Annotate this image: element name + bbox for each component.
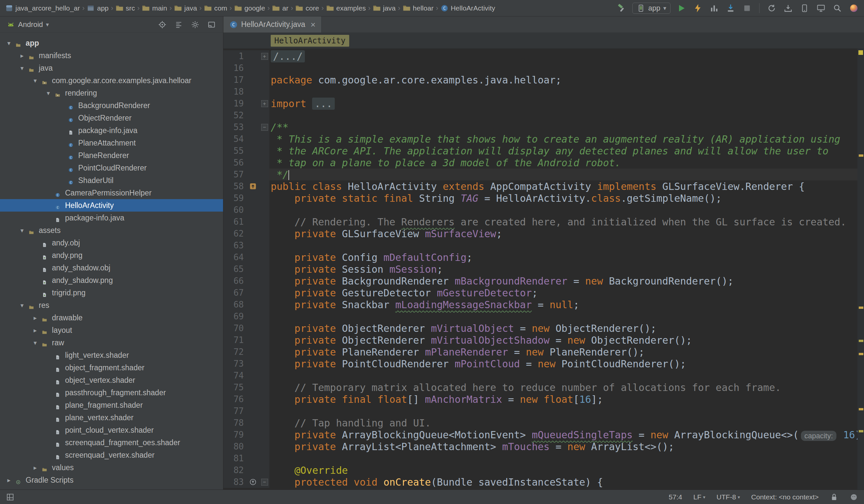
code-line-19[interactable]: 19+import ... [224,98,857,109]
run-configuration-selector[interactable]: app▾ [632,3,671,14]
code-line-74[interactable]: 74 [224,370,857,382]
chevron-down-icon[interactable]: ▾ [4,39,14,47]
tree-item-andy-obj[interactable]: andy.obj [0,237,223,249]
hide-panel-button[interactable] [206,19,217,30]
tree-item-drawable[interactable]: ▸drawable [0,311,223,324]
fold-collapse-icon[interactable]: − [260,121,269,133]
build-hammer-button[interactable] [616,3,627,14]
tree-item-package-info-java[interactable]: package-info.java [0,212,223,224]
tree-item-planeattachment[interactable]: CPlaneAttachment [0,137,223,149]
search-everywhere-button[interactable] [832,3,843,14]
code-line-53[interactable]: 53−/** [224,121,857,133]
tree-item-object-vertex-shader[interactable]: object_vertex.shader [0,374,223,386]
code-line-82[interactable]: 82 @Override [224,464,857,476]
locate-file-button[interactable] [157,19,168,30]
tree-item-app[interactable]: ▾app [0,37,223,49]
breadcrumb-item-main[interactable]: main [141,4,168,12]
tree-item-plane-fragment-shader[interactable]: plane_fragment.shader [0,399,223,411]
code-line-61[interactable]: 61 // Rendering. The Renderers are creat… [224,216,857,228]
chevron-down-icon[interactable]: ▾ [30,77,40,84]
code-line-16[interactable]: 16 [224,62,857,74]
fold-collapse-icon[interactable]: − [260,476,269,488]
tree-item-camerapermissionhelper[interactable]: CCameraPermissionHelper [0,187,223,199]
sync-project-button[interactable] [766,3,777,14]
breadcrumb-item-app[interactable]: app [86,4,109,12]
fold-expand-icon[interactable]: + [260,50,269,62]
chevron-down-icon[interactable]: ▾ [43,89,53,97]
toolwindow-toggle-icon[interactable] [6,493,14,501]
run-button[interactable] [676,3,687,14]
tree-item-assets[interactable]: ▾assets [0,224,223,237]
code-line-63[interactable]: 63 [224,240,857,251]
code-line-78[interactable]: 78 // Tap handling and UI. [224,417,857,429]
tree-item-objectrenderer[interactable]: CObjectRenderer [0,112,223,124]
code-line-72[interactable]: 72 private PlaneRenderer mPlaneRenderer … [224,346,857,358]
code-line-60[interactable]: 60 [224,204,857,216]
code-line-57[interactable]: 57 */ [224,169,857,180]
code-line-62[interactable]: 62 private GLSurfaceView mSurfaceView; [224,228,857,240]
tree-item-object-fragment-shader[interactable]: object_fragment.shader [0,361,223,374]
tree-item-package-info-java[interactable]: package-info.java [0,124,223,137]
breadcrumb-item-src[interactable]: src [115,4,136,12]
context-widget[interactable]: Context: <no context> [751,493,819,501]
chevron-right-icon[interactable]: ▸ [17,52,27,59]
chevron-down-icon[interactable]: ▾ [30,339,40,347]
breadcrumb-item-java[interactable]: java [173,4,198,12]
tree-item-manifests[interactable]: ▸manifests [0,49,223,62]
project-view-selector[interactable]: Android ▾ [4,19,51,30]
code-line-70[interactable]: 70 private ObjectRenderer mVirtualObject… [224,322,857,334]
breadcrumb-item-java-arcore-hello-ar[interactable]: java_arcore_hello_ar [4,4,81,12]
code-line-76[interactable]: 76 private final float[] mAnchorMatrix =… [224,393,857,405]
chevron-down-icon[interactable]: ▾ [17,227,27,234]
tree-item-gradle-scripts[interactable]: ▸Gradle Scripts [0,474,223,486]
tree-item-trigrid-png[interactable]: trigrid.png [0,287,223,299]
apply-changes-button[interactable] [692,3,703,14]
code-line-79[interactable]: 79 private ArrayBlockingQueue<MotionEven… [224,429,857,441]
settings-gear-button[interactable] [190,19,201,30]
code-line-59[interactable]: 59 private static final String TAG = Hel… [224,192,857,204]
attach-debugger-button[interactable] [725,3,736,14]
sdk-manager-button[interactable] [782,3,794,14]
tree-item-values[interactable]: ▸values [0,461,223,474]
tree-item-rendering[interactable]: ▾rendering [0,87,223,99]
code-line-68[interactable]: 68 private Snackbar mLoadingMessageSnack… [224,299,857,311]
code-line-55[interactable]: 55 * the ARCore API. The application wil… [224,145,857,157]
editor-scrollbar[interactable] [857,49,864,490]
overriding-method-gutter-icon[interactable] [247,476,260,488]
tree-item-pointcloudrenderer[interactable]: CPointCloudRenderer [0,161,223,174]
stop-button[interactable] [742,3,753,14]
tree-item-light-vertex-shader[interactable]: light_vertex.shader [0,349,223,361]
tree-item-andy-png[interactable]: andy.png [0,249,223,262]
profile-avatar[interactable] [848,3,860,14]
code-line-73[interactable]: 73 private PointCloudRenderer mPointClou… [224,358,857,370]
code-line-83[interactable]: 83− protected void onCreate(Bundle saved… [224,476,857,488]
tree-item-screenquad-fragment-oes-shader[interactable]: screenquad_fragment_oes.shader [0,436,223,449]
code-line-56[interactable]: 56 * tap on a plane to place a 3d model … [224,157,857,169]
tree-item-andy-shadow-obj[interactable]: andy_shadow.obj [0,262,223,274]
chevron-down-icon[interactable]: ▾ [17,64,27,72]
code-line-18[interactable]: 18 [224,86,857,98]
code-line-77[interactable]: 77 [224,405,857,417]
breadcrumb-item-com[interactable]: com [203,4,228,12]
encoding-widget[interactable]: UTF-8 ▾ [717,493,740,501]
code-line-54[interactable]: 54 * This is a simple example that shows… [224,133,857,145]
code-line-81[interactable]: 81 [224,453,857,464]
code-area[interactable]: 1+/.../1617package com.google.ar.core.ex… [224,49,857,490]
chevron-right-icon[interactable]: ▸ [30,327,40,334]
chevron-right-icon[interactable]: ▸ [4,477,14,484]
breadcrumb-item-java[interactable]: java [372,4,397,12]
tree-item-layout[interactable]: ▸layout [0,324,223,336]
tree-item-com-google-ar-core-examples-java-helloar[interactable]: ▾com.google.ar.core.examples.java.helloa… [0,74,223,87]
code-line-58[interactable]: 58public class HelloArActivity extends A… [224,180,857,192]
tree-item-screenquad-vertex-shader[interactable]: screenquad_vertex.shader [0,449,223,461]
breadcrumb-item-google[interactable]: google [233,4,266,12]
avd-manager-button[interactable] [799,3,810,14]
fold-expand-icon[interactable]: + [260,98,269,109]
close-tab-icon[interactable]: × [310,20,315,29]
code-line-67[interactable]: 67 private GestureDetector mGestureDetec… [224,287,857,299]
tree-item-shaderutil[interactable]: CShaderUtil [0,174,223,187]
breadcrumb-item-helloar[interactable]: helloar [402,4,434,12]
breadcrumb-item-ar[interactable]: ar [271,4,289,12]
code-line-52[interactable]: 52 [224,109,857,121]
inspection-indicator[interactable] [859,50,863,55]
